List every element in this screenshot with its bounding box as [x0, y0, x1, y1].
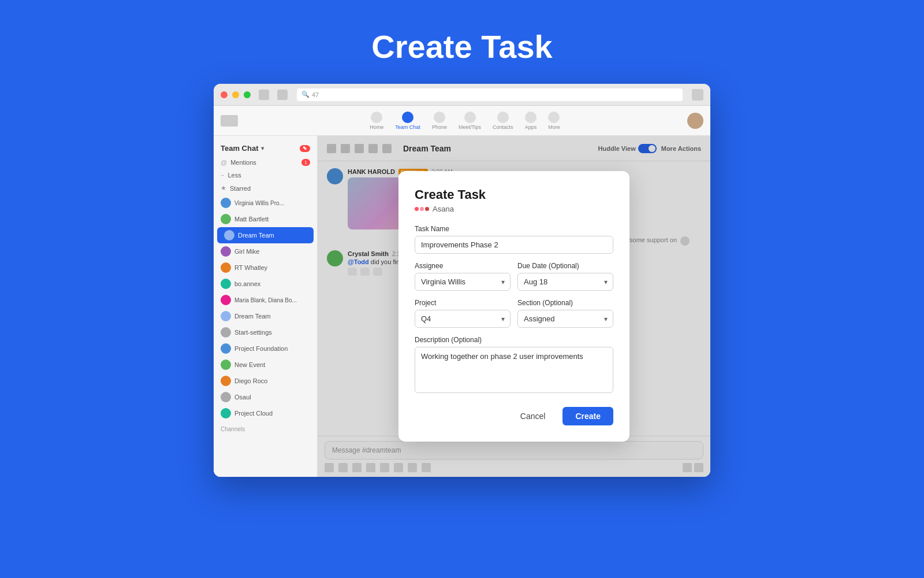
nav-item-phone[interactable]: Phone [432, 112, 447, 130]
sidebar-label-startsettings: Start-settings [234, 329, 272, 336]
sidebar-label-starred: Starred [230, 185, 251, 192]
sidebar-label-girlmike: Girl Mike [234, 248, 259, 255]
nav-item-apps[interactable]: Apps [525, 112, 537, 130]
create-button[interactable]: Create [562, 407, 613, 425]
due-date-select[interactable]: Aug 18 [517, 273, 613, 291]
sidebar-label-rt: RT Whatley [234, 264, 267, 271]
forward-button[interactable] [277, 90, 288, 100]
nav-item-contacts[interactable]: Contacts [493, 112, 513, 130]
sidebar-label-matt: Matt Bartlett [234, 216, 269, 223]
avatar-dreamteam [224, 230, 234, 240]
nav-icons: Home Team Chat Phone Meet/Tips Contacts [243, 112, 687, 130]
avatar-projectfound [221, 343, 231, 354]
close-button[interactable] [221, 91, 228, 98]
avatar-projectcloud [221, 408, 231, 418]
sidebar-item-starred[interactable]: ★ Starred [214, 181, 317, 195]
mentions-icon: @ [221, 159, 227, 166]
more-icon [548, 112, 560, 123]
asana-dot-pink [420, 207, 424, 211]
sidebar-item-newevent[interactable]: New Event [214, 357, 317, 373]
sidebar-item-bo[interactable]: bo.annex [214, 276, 317, 292]
sidebar-item-diego[interactable]: Diego Roco [214, 373, 317, 389]
star-icon: ★ [221, 184, 226, 192]
asana-dot-dark [425, 207, 429, 211]
browser-action[interactable] [692, 89, 703, 101]
sidebar-label-projectcloud: Project Cloud [234, 410, 273, 417]
sidebar-label-less: Less [228, 172, 241, 179]
home-icon [371, 112, 382, 123]
browser-chrome: 🔍 47 [214, 84, 710, 106]
main-content: Team Chat ▾ ✎ @ Mentions 1 − Less ★ Star… [214, 136, 710, 477]
url-bar[interactable]: 🔍 47 [297, 88, 683, 101]
sidebar-item-girlmike[interactable]: Girl Mike [214, 243, 317, 260]
asana-dot-red [415, 207, 419, 211]
description-textarea[interactable]: Working together on phase 2 user improve… [415, 347, 613, 393]
section-select[interactable]: Assigned [517, 310, 613, 328]
sidebar-item-dreamteam[interactable]: Dream Team [217, 227, 314, 243]
apps-icon [525, 112, 536, 123]
sidebar-label-virginia: Virginia Willis Pro... [234, 200, 284, 206]
sidebar-item-mentions[interactable]: @ Mentions 1 [214, 156, 317, 169]
form-row-project-section: Project Q4 Section (Optional) [415, 299, 613, 336]
asana-label: Asana [433, 205, 454, 213]
chat-icon [402, 112, 413, 123]
minimize-button[interactable] [232, 91, 239, 98]
sidebar-label-osaul: Osaul [234, 394, 251, 401]
sidebar-label-diego: Diego Roco [234, 377, 267, 384]
avatar-startsettings [221, 327, 231, 338]
modal-overlay: Create Task Asana Task Name [318, 136, 710, 477]
sidebar-label-dreamteam: Dream Team [238, 232, 274, 239]
back-button[interactable] [259, 90, 269, 100]
sidebar-label-bo: bo.annex [234, 280, 260, 287]
sidebar-item-projectcloud[interactable]: Project Cloud [214, 405, 317, 421]
nav-label-meet: Meet/Tips [459, 124, 481, 130]
less-icon: − [221, 172, 224, 179]
form-group-assignee: Assignee Virginia Willis [415, 262, 511, 291]
modal-actions: Cancel Create [415, 407, 613, 425]
avatar-maria [221, 295, 231, 305]
nav-item-meet[interactable]: Meet/Tips [459, 112, 481, 130]
nav-item-home[interactable]: Home [370, 112, 383, 130]
page-title: Create Task [371, 28, 552, 65]
url-text: 47 [312, 91, 319, 98]
sidebar-item-matt[interactable]: Matt Bartlett [214, 211, 317, 227]
mentions-badge: 1 [301, 159, 310, 166]
due-date-label: Due Date (Optional) [517, 262, 613, 270]
nav-label-more: More [548, 124, 560, 130]
assignee-label: Assignee [415, 262, 511, 270]
nav-item-more[interactable]: More [548, 112, 560, 130]
assignee-select[interactable]: Virginia Willis [415, 273, 511, 291]
avatar-osaul [221, 392, 231, 402]
phone-icon [434, 112, 445, 123]
maximize-button[interactable] [244, 91, 251, 98]
sidebar-item-less[interactable]: − Less [214, 169, 317, 181]
sidebar-label-dreamteam2: Dream Team [234, 313, 271, 320]
nav-label-contacts: Contacts [493, 124, 513, 130]
sidebar-item-projectfound[interactable]: Project Foundation [214, 340, 317, 357]
search-icon: 🔍 [301, 91, 310, 98]
form-group-taskname: Task Name [415, 225, 613, 254]
sidebar-item-osaul[interactable]: Osaul [214, 389, 317, 405]
project-select[interactable]: Q4 [415, 310, 511, 328]
sidebar-item-maria[interactable]: Maria Blank, Diana Bo... [214, 292, 317, 308]
avatar-dreamteam2 [221, 311, 231, 321]
create-task-modal: Create Task Asana Task Name [398, 171, 629, 442]
description-label: Description (Optional) [415, 336, 613, 344]
task-name-input[interactable] [415, 236, 613, 254]
cancel-button[interactable]: Cancel [509, 407, 557, 425]
sidebar-header[interactable]: Team Chat ▾ ✎ [214, 140, 317, 156]
sidebar-edit-badge: ✎ [300, 145, 310, 152]
section-select-wrapper: Assigned [517, 310, 613, 328]
sidebar-label-newevent: New Event [234, 361, 265, 368]
section-label: Section (Optional) [517, 299, 613, 307]
user-avatar[interactable] [687, 113, 703, 129]
nav-item-teamchat[interactable]: Team Chat [395, 112, 420, 130]
sidebar-item-rt[interactable]: RT Whatley [214, 260, 317, 276]
sidebar-section-channels: Channels [214, 421, 317, 434]
form-group-description: Description (Optional) Working together … [415, 336, 613, 395]
sidebar-item-virginia[interactable]: Virginia Willis Pro... [214, 195, 317, 211]
sidebar-item-startsettings[interactable]: Start-settings [214, 324, 317, 340]
sidebar-label-projectfound: Project Foundation [234, 345, 288, 352]
sidebar-item-dreamteam2[interactable]: Dream Team [214, 308, 317, 324]
chat-area: Dream Team Huddle View More Actions [318, 136, 710, 477]
